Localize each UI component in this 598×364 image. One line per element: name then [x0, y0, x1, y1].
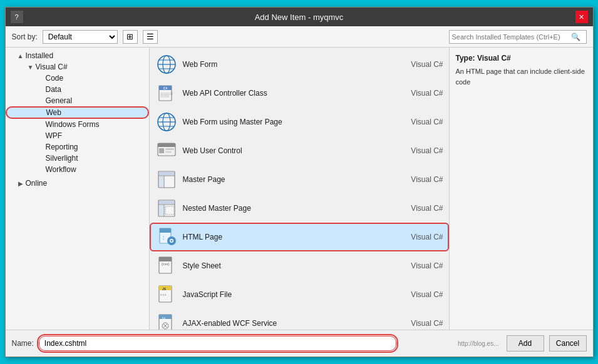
- item-type-web-api: Visual C#: [400, 89, 443, 98]
- item-javascript-file[interactable]: JS ≡ ≡ ≡ JavaScript File Visual C#: [150, 280, 449, 309]
- svg-text:░░░░░: ░░░░░: [160, 94, 169, 98]
- item-type-javascript-file: Visual C#: [400, 290, 443, 299]
- item-icon-nested-master-page: [155, 197, 178, 220]
- item-type-web-user-control: Visual C#: [400, 146, 443, 155]
- add-button[interactable]: Add: [507, 335, 544, 351]
- item-ajax-wcf[interactable]: C# AJAX-enabled WCF Service Visual C#: [150, 309, 449, 330]
- title-bar-left: ?: [11, 11, 23, 23]
- dialog-title: Add New Item - myqmvc: [23, 13, 575, 22]
- tree-label-silverlight: Silverlight: [46, 154, 78, 163]
- svg-text:C#: C#: [162, 316, 166, 320]
- sort-label: Sort by:: [12, 33, 38, 41]
- svg-rect-29: [159, 205, 163, 216]
- tree-arrow-installed: ▲: [16, 53, 26, 59]
- tree-label-installed: Installed: [26, 51, 54, 60]
- item-type-ajax-wcf: Visual C#: [400, 319, 443, 328]
- tree-arrow-visual-cs: ▼: [26, 64, 36, 71]
- tree-arrow-online: ▶: [16, 180, 26, 187]
- name-input[interactable]: [39, 336, 396, 351]
- search-input[interactable]: [450, 33, 569, 41]
- search-box: 🔍: [449, 30, 587, 44]
- svg-rect-19: [165, 151, 172, 153]
- tree-item-data[interactable]: Data: [6, 84, 149, 95]
- tree-label-web: Web: [46, 108, 61, 117]
- svg-rect-28: [159, 201, 174, 204]
- help-button[interactable]: ?: [11, 11, 23, 23]
- grid-view-button[interactable]: ⊞: [123, 30, 138, 44]
- item-master-page[interactable]: Master Page Visual C#: [150, 165, 449, 194]
- tree-label-wpf: WPF: [46, 131, 63, 140]
- tree-label-workflow: Workflow: [46, 165, 76, 174]
- name-label: Name:: [12, 339, 34, 348]
- svg-rect-17: [159, 148, 164, 153]
- tree-label-online: Online: [26, 179, 48, 188]
- title-bar: ? Add New Item - myqmvc ✕: [6, 8, 593, 26]
- item-web-form-master[interactable]: Web Form using Master Page Visual C#: [150, 108, 449, 136]
- bottom-bar: Name: http://blog.es... Add Cancel: [6, 330, 593, 356]
- tree-item-windows-forms[interactable]: Windows Forms: [6, 119, 149, 130]
- item-name-web-user-control: Web User Control: [183, 146, 400, 155]
- svg-text:C#: C#: [163, 86, 167, 90]
- item-type-style-sheet: Visual C#: [400, 261, 443, 270]
- svg-text:{css}: {css}: [162, 262, 169, 266]
- tree-item-silverlight[interactable]: Silverlight: [6, 153, 149, 164]
- content-area: ▲ Installed ▼ Visual C# Code Data Genera…: [6, 48, 593, 330]
- item-type-nested-master-page: Visual C#: [400, 204, 443, 213]
- item-icon-web-api: C# ░░░░░░░ ░░░░░: [155, 82, 178, 104]
- sort-select[interactable]: Default: [43, 30, 118, 44]
- item-html-page[interactable]: ≡ ≡ HTML Page Visual C#: [150, 223, 449, 251]
- type-label: Type: Visual C#: [456, 54, 587, 63]
- item-nested-master-page[interactable]: Nested Master Page Visual C#: [150, 194, 449, 223]
- item-type-html-page: Visual C#: [400, 233, 443, 241]
- tree-item-installed[interactable]: ▲ Installed: [6, 50, 149, 61]
- tree-item-wpf[interactable]: WPF: [6, 130, 149, 141]
- title-bar-right: ✕: [575, 11, 588, 23]
- item-icon-ajax-wcf: C#: [155, 312, 178, 330]
- tree-item-online[interactable]: ▶ Online: [6, 178, 149, 189]
- item-icon-web-form-master: [155, 111, 178, 133]
- item-name-style-sheet: Style Sheet: [183, 261, 400, 270]
- tree-label-code: Code: [46, 74, 64, 83]
- item-icon-web-form: [155, 53, 178, 76]
- item-icon-javascript-file: JS ≡ ≡ ≡: [155, 283, 178, 306]
- toolbar: Sort by: Default ⊞ ☰ 🔍: [6, 26, 593, 48]
- item-name-web-api: Web API Controller Class: [183, 89, 400, 98]
- tree-label-reporting: Reporting: [46, 143, 78, 151]
- svg-text:≡ ≡ ≡: ≡ ≡ ≡: [160, 293, 167, 296]
- tree-item-reporting[interactable]: Reporting: [6, 141, 149, 153]
- close-button[interactable]: ✕: [575, 11, 588, 23]
- item-icon-master-page: [155, 168, 178, 191]
- svg-rect-23: [159, 172, 174, 175]
- item-name-ajax-wcf: AJAX-enabled WCF Service: [183, 319, 400, 328]
- tree-label-data: Data: [46, 85, 61, 94]
- svg-rect-39: [159, 257, 172, 261]
- type-description: An HTML page that can include client-sid…: [456, 66, 587, 87]
- center-panel: Web Form Visual C# C# ░░░░░░░ ░░░░░: [150, 48, 449, 330]
- svg-rect-32: [160, 228, 171, 233]
- tree-item-code[interactable]: Code: [6, 73, 149, 84]
- tree-label-general: General: [46, 96, 73, 105]
- item-web-user-control[interactable]: Web User Control Visual C#: [150, 136, 449, 165]
- svg-rect-16: [158, 143, 175, 147]
- add-new-item-dialog: ? Add New Item - myqmvc ✕ Sort by: Defau…: [5, 7, 594, 357]
- cancel-button[interactable]: Cancel: [549, 335, 587, 351]
- tree-item-web[interactable]: Web: [6, 106, 149, 119]
- svg-rect-18: [165, 148, 174, 150]
- tree-label-visual-cs: Visual C#: [36, 63, 68, 71]
- item-web-api-controller[interactable]: C# ░░░░░░░ ░░░░░ Web API Controller Clas…: [150, 79, 449, 108]
- item-name-web-form: Web Form: [183, 60, 400, 69]
- item-type-web-form: Visual C#: [400, 60, 443, 69]
- search-icon: 🔍: [569, 33, 583, 41]
- list-view-button[interactable]: ☰: [143, 30, 158, 44]
- item-icon-web-user-control: [155, 139, 178, 162]
- tree-item-visual-cs[interactable]: ▼ Visual C#: [6, 61, 149, 73]
- item-web-form[interactable]: Web Form Visual C#: [150, 50, 449, 79]
- item-icon-html-page: ≡ ≡: [155, 226, 178, 248]
- item-name-javascript-file: JavaScript File: [183, 290, 400, 299]
- tree-label-windows-forms: Windows Forms: [46, 120, 100, 129]
- item-type-master-page: Visual C#: [400, 175, 443, 184]
- item-style-sheet[interactable]: {css} Style Sheet Visual C#: [150, 251, 449, 280]
- tree-item-workflow[interactable]: Workflow: [6, 164, 149, 175]
- item-type-web-form-master: Visual C#: [400, 118, 443, 126]
- tree-item-general[interactable]: General: [6, 95, 149, 106]
